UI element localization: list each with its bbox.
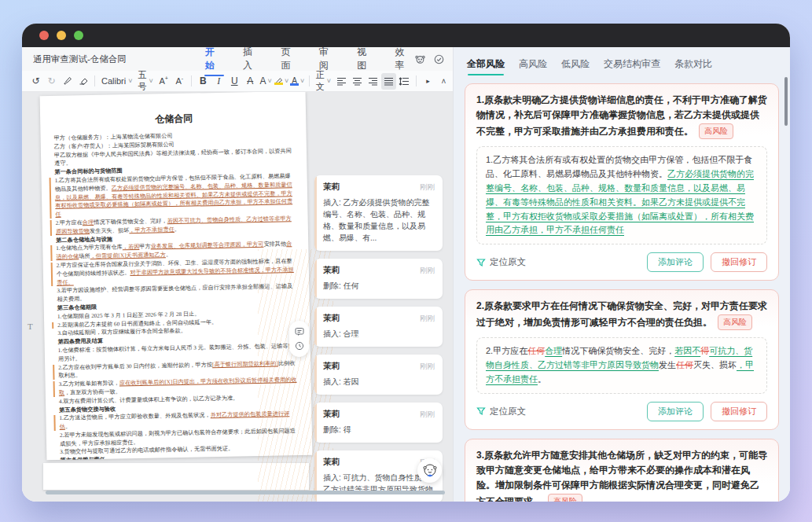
doc-text: 安排其他 bbox=[263, 241, 286, 248]
tracked-insertion: 合理 bbox=[83, 219, 94, 226]
sync-status-icon[interactable] bbox=[433, 53, 445, 65]
text-cursor-icon: T bbox=[28, 322, 33, 331]
risk-card: 2.原条款要求甲方在任何情况下确保货物安全、完好，对甲方责任要求过于绝对，增加免… bbox=[465, 289, 779, 429]
add-comment-button[interactable]: 添加评论 bbox=[647, 252, 704, 272]
tracked-insertion: ，若因 bbox=[123, 244, 140, 250]
revision-comment-card: 茉莉刚刚插入: 若因 bbox=[314, 355, 443, 395]
comment-timestamp: 刚刚 bbox=[420, 182, 435, 193]
risk-tab-高风险[interactable]: 高风险 bbox=[519, 57, 547, 75]
toolbar-more-icon[interactable]: ▸ bbox=[421, 73, 435, 90]
doc-text: 第一条合同标的与货物范围 bbox=[54, 167, 122, 175]
comment-author: 茉莉 bbox=[323, 265, 340, 276]
doc-text: 2.乙方应在收到甲方账单后 30 日内付款，逾期付款的，甲方按 bbox=[58, 362, 212, 371]
maximize-window-button[interactable] bbox=[74, 31, 83, 40]
comment-author: 茉莉 bbox=[323, 409, 340, 420]
risk-tab-条款对比[interactable]: 条款对比 bbox=[674, 57, 712, 75]
revision-comment-card: 茉莉刚刚删除: 得 bbox=[314, 403, 443, 443]
comment-author: 茉莉 bbox=[323, 313, 340, 324]
menu-tab-插入[interactable]: 插入 bbox=[242, 41, 262, 77]
horizontal-scrollbar[interactable] bbox=[46, 491, 445, 494]
doc-text: 第三条仓储期限 bbox=[57, 304, 97, 311]
risk-tab-交易结构审查[interactable]: 交易结构审查 bbox=[604, 57, 660, 75]
font-family-select[interactable]: Calibri˅ bbox=[99, 73, 134, 90]
menu-tab-页面[interactable]: 页面 bbox=[280, 41, 299, 77]
underline-icon[interactable]: U bbox=[227, 73, 242, 90]
doc-text: 1.乙方送达货物后，甲方应立即验收数量、外观及包装状况， bbox=[59, 412, 210, 421]
risk-tab-低风险[interactable]: 低风险 bbox=[561, 57, 590, 75]
undo-icon[interactable]: ↺ bbox=[28, 73, 43, 90]
document-page-2[interactable] bbox=[43, 463, 309, 490]
comments-column: 茉莉刚刚插入: 乙方必须提供货物的完整编号、名称、包装、品种、规格、数量和质量信… bbox=[314, 175, 443, 502]
risk-card-title: 2.原条款要求甲方在任何情况下确保货物安全、完好，对甲方责任要求过于绝对，增加免… bbox=[476, 299, 767, 330]
redo-icon[interactable]: ↻ bbox=[44, 73, 59, 90]
assistant-mascot-button[interactable] bbox=[417, 458, 442, 483]
minimize-window-button[interactable] bbox=[57, 31, 66, 40]
menu-tab-审阅[interactable]: 审阅 bbox=[318, 41, 338, 77]
clause-text: 。 bbox=[538, 374, 546, 384]
comment-author: 茉莉 bbox=[323, 361, 340, 372]
collapse-toolbar-icon[interactable]: ˄ bbox=[436, 73, 451, 90]
high-risk-badge: 高风险 bbox=[548, 494, 582, 502]
risk-panel-tabs: 全部风险高风险低风险交易结构审查条款对比 bbox=[454, 47, 790, 83]
doc-text: 场所 bbox=[79, 253, 90, 259]
risk-card: 3.原条款允许甲方随意安排其他仓储场所，缺乏对甲方的约束，可能导致甲方随意变更仓… bbox=[465, 439, 779, 502]
add-comment-button[interactable]: 添加评论 bbox=[647, 402, 704, 421]
locate-label: 定位原文 bbox=[490, 406, 526, 417]
revert-revision-button[interactable]: 撤回修订 bbox=[711, 402, 767, 421]
editor-pane: 通用审查测试-仓储合同 开始插入页面审阅视图效率 ↺ ↻ bbox=[22, 47, 453, 502]
clear-format-icon[interactable] bbox=[75, 73, 90, 90]
comment-text: 插入: 乙方必须提供货物的完整编号、名称、包装、品种、规格、数量和质量信息，以及… bbox=[323, 197, 435, 244]
locate-original-link[interactable]: 定位原文 bbox=[476, 256, 526, 268]
doc-text: 。 bbox=[166, 252, 171, 258]
document-page[interactable]: 仓储合同 甲方（仓储服务方）：上海某物流仓储有限公司乙方（客户/存货人）：上海某… bbox=[40, 92, 313, 460]
doc-text: ，直至双方协商一致。 bbox=[64, 388, 121, 395]
close-window-button[interactable] bbox=[39, 31, 49, 40]
doc-text: 。 bbox=[65, 424, 71, 430]
doc-text: 第二条仓储地点与设施 bbox=[56, 236, 112, 243]
doc-text: 第六条保管与责任 bbox=[60, 457, 105, 460]
decrease-font-icon[interactable]: A- bbox=[172, 73, 187, 90]
document-title: 通用审查测试-仓储合同 bbox=[33, 53, 164, 65]
app-window: 通用审查测试-仓储合同 开始插入页面审阅视图效率 ↺ ↻ bbox=[22, 24, 790, 502]
risk-card-title: 3.原条款允许甲方随意安排其他仓储场所，缺乏对甲方的约束，可能导致甲方随意变更仓… bbox=[476, 448, 767, 502]
format-painter-icon[interactable] bbox=[60, 73, 75, 90]
clause-text: 2.甲方应在 bbox=[486, 346, 527, 355]
doc-text: 。 bbox=[175, 226, 180, 233]
doc-text: 甲方 bbox=[139, 244, 151, 250]
page-tools-pill bbox=[289, 321, 309, 357]
revert-revision-button[interactable]: 撤回修订 bbox=[711, 252, 767, 272]
doc-text: 第五条货物交接与验收 bbox=[59, 406, 116, 413]
comment-text: 插入: 若因 bbox=[323, 376, 435, 388]
menu-tab-效率[interactable]: 效率 bbox=[395, 41, 414, 77]
comment-text: 插入: 合理 bbox=[323, 328, 435, 340]
comment-author: 茉莉 bbox=[323, 182, 340, 193]
high-risk-badge: 高风险 bbox=[699, 123, 733, 139]
assistant-icon[interactable] bbox=[414, 53, 426, 65]
risk-card-list: 1.原条款未明确乙方提供货物详细信息的责任，不利于甲方准确了解货物情况，补充后可… bbox=[454, 82, 790, 502]
comment-bubble-icon[interactable] bbox=[295, 327, 304, 336]
locate-original-link[interactable]: 定位原文 bbox=[476, 406, 526, 417]
menu-tab-开始[interactable]: 开始 bbox=[204, 41, 224, 77]
deleted-text: 得 bbox=[700, 346, 709, 355]
clause-excerpt: 2.甲方应在任何合理情况下确保货物安全、完好，若因不得可抗力、货物自身性质、乙方… bbox=[476, 337, 767, 393]
revision-comment-card: 茉莉刚刚插入: 乙方必须提供货物的完整编号、名称、包装、品种、规格、数量和质量信… bbox=[314, 175, 443, 251]
vertical-scrollbar[interactable] bbox=[784, 77, 788, 126]
clause-text: 发生 bbox=[659, 360, 676, 369]
history-clock-icon[interactable] bbox=[295, 341, 304, 351]
tracked-insertion: ，甲方不承担责任 bbox=[129, 226, 175, 233]
clause-text: 情况下确保货物安全、完好， bbox=[562, 346, 674, 355]
doc-text: 发生灭失、损坏 bbox=[90, 227, 129, 234]
menu-tab-视图[interactable]: 视图 bbox=[356, 41, 376, 77]
clause-excerpt: 1.乙方将其合法所有或有权处置的货物交由甲方保管，包括但不限于食品、化工原料、易… bbox=[476, 146, 767, 244]
locate-funnel-icon bbox=[476, 258, 486, 267]
inserted-text: 若因不 bbox=[674, 346, 700, 355]
font-size-select[interactable]: 五号˅ bbox=[135, 73, 155, 90]
doc-text: 情况下确保货物安全、完好， bbox=[94, 218, 167, 226]
comment-author: 茉莉 bbox=[323, 457, 340, 468]
inserted-text: 合理 bbox=[545, 346, 562, 355]
increase-font-icon[interactable]: A+ bbox=[156, 73, 171, 90]
menu-bar: 通用审查测试-仓储合同 开始插入页面审阅视图效率 bbox=[22, 47, 453, 71]
inserted-text: 乙方必须提供货物的完整编号、名称、包装、品种、规格、数量和质量信息，以及易燃、易… bbox=[486, 169, 754, 234]
risk-tab-全部风险[interactable]: 全部风险 bbox=[467, 57, 505, 75]
high-risk-badge: 高风险 bbox=[718, 314, 752, 330]
